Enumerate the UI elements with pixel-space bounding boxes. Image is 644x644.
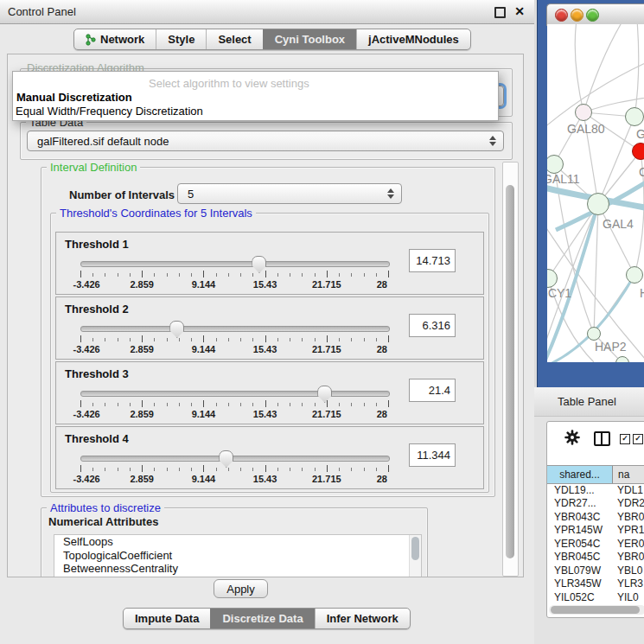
- tab-select[interactable]: Select: [206, 29, 262, 49]
- algorithm-placeholder-option[interactable]: Select algorithm to view settings: [149, 77, 309, 90]
- slider-scale: -3.426 2.859 9.144 15.43 21.715 28: [80, 409, 388, 419]
- slider-scale: -3.426 2.859 9.144 15.43 21.715 28: [80, 344, 388, 354]
- slider-ticks: [80, 335, 388, 343]
- interval-definition-group: Interval Definition Number of Intervals …: [41, 167, 495, 497]
- screenshot-stage: Control Panel ✕ Network Style: [0, 0, 644, 644]
- network-canvas[interactable]: GAL80 GA C GAL11 GAL4 GCY1 H HAP2: [547, 24, 644, 362]
- threshold-4-card: Threshold 4 -3.426 2.859 9.144 15.43 21.…: [55, 426, 484, 489]
- algorithm-option-equal-width[interactable]: Equal Width/Frequency Discretization: [16, 105, 203, 118]
- interval-definition-title: Interval Definition: [47, 161, 140, 174]
- tab-jactivemnodules[interactable]: jActiveMNodules: [356, 29, 470, 49]
- node-gal80[interactable]: [575, 104, 592, 121]
- cyni-toolbox-content: Discretization Algorithm Select algorith…: [7, 54, 524, 577]
- algorithm-option-manual[interactable]: Manual Discretization: [16, 91, 132, 104]
- tab-network[interactable]: Network: [74, 29, 156, 49]
- node-hap2[interactable]: [587, 327, 601, 341]
- table-horizontal-scrollbar[interactable]: [549, 605, 644, 615]
- table-row[interactable]: YIL052CYIL0: [547, 590, 644, 604]
- thresholds-group-title: Threshold's Coordinates for 5 Intervals: [56, 207, 256, 220]
- threshold-4-label: Threshold 4: [65, 432, 129, 445]
- table-data-combo[interactable]: galFiltered.sif default node: [27, 131, 504, 151]
- threshold-1-label: Threshold 1: [65, 238, 129, 251]
- tab-network-label: Network: [100, 33, 144, 46]
- scrollbar-thumb[interactable]: [551, 606, 640, 614]
- tab-discretize-data[interactable]: Discretize Data: [210, 609, 314, 628]
- content-scrollbar[interactable]: [502, 162, 519, 577]
- control-panel-titlebar: Control Panel ✕: [0, 0, 534, 24]
- thresholds-group: Threshold's Coordinates for 5 Intervals …: [50, 213, 489, 493]
- threshold-2-value-field[interactable]: 6.316: [409, 314, 456, 337]
- network-window-titlebar: [546, 3, 644, 26]
- threshold-2-label: Threshold 2: [65, 303, 129, 316]
- combo-stepper-icon: [387, 188, 394, 199]
- tab-impute-data[interactable]: Impute Data: [124, 609, 210, 628]
- table-row[interactable]: YBR043CYBR0: [547, 510, 644, 524]
- table-row[interactable]: YDL19...YDL1: [547, 483, 644, 497]
- slider-ticks: [80, 465, 388, 473]
- threshold-3-value-field[interactable]: 21.4: [409, 379, 456, 402]
- checkbox-icon[interactable]: ✓: [633, 434, 643, 444]
- threshold-4-value-field[interactable]: 11.344: [409, 443, 456, 467]
- tab-cyni-toolbox[interactable]: Cyni Toolbox: [263, 29, 356, 49]
- num-intervals-label: Number of Intervals: [69, 188, 175, 201]
- scrollbar-thumb[interactable]: [411, 537, 419, 560]
- threshold-3-card: Threshold 3 -3.426 2.859 9.144 15.43 21.…: [55, 361, 484, 424]
- threshold-3-slider[interactable]: [80, 391, 390, 397]
- table-row[interactable]: YER054CYER0: [547, 537, 644, 551]
- table-row[interactable]: YDR27...YDR2: [547, 497, 644, 511]
- apply-button[interactable]: Apply: [214, 579, 268, 598]
- network-icon: [86, 34, 96, 46]
- table-panel-title: Table Panel: [558, 395, 616, 408]
- node-label-gcy1: GCY1: [547, 286, 571, 300]
- scrollbar-thumb[interactable]: [506, 185, 514, 558]
- table-row[interactable]: YLR345WYLR3: [547, 577, 644, 591]
- zoom-traffic-light[interactable]: [586, 9, 599, 22]
- slider-ticks: [80, 400, 388, 408]
- table-toolbar: ✓ ✓: [547, 422, 644, 463]
- float-window-button[interactable]: [494, 7, 506, 18]
- num-intervals-combo[interactable]: 5: [177, 183, 402, 204]
- column-header-name[interactable]: na: [613, 466, 644, 483]
- table-row[interactable]: YPR145WYPR1: [547, 524, 644, 538]
- cyni-mode-tabbar: Impute Data Discretize Data Infer Networ…: [123, 608, 411, 629]
- threshold-4-slider[interactable]: [80, 456, 390, 462]
- table-row[interactable]: YBL079WYBL0: [547, 564, 644, 577]
- table-panel: Table Panel ✓: [534, 387, 644, 644]
- threshold-1-value-field[interactable]: 14.713: [409, 249, 456, 272]
- network-view-window: GAL80 GA C GAL11 GAL4 GCY1 H HAP2: [537, 0, 644, 387]
- table-row[interactable]: YBR045CYBR0: [547, 551, 644, 564]
- node-selected-red[interactable]: [632, 143, 644, 160]
- list-item[interactable]: TopologicalCoefficient: [54, 549, 421, 563]
- tab-style[interactable]: Style: [156, 29, 206, 49]
- slider-ticks: [80, 271, 388, 278]
- table-header: shared... na: [547, 465, 644, 484]
- algorithm-dropdown-popup: Select algorithm to view settings Manual…: [12, 71, 499, 121]
- minimize-traffic-light[interactable]: [571, 9, 583, 22]
- slider-scale: -3.426 2.859 9.144 15.43 21.715 28: [80, 279, 388, 290]
- node-label-gal80: GAL80: [567, 122, 605, 136]
- node-label-c: C: [639, 165, 644, 179]
- node-label-h: H: [640, 286, 644, 300]
- columns-icon[interactable]: [594, 431, 610, 446]
- tab-infer-network[interactable]: Infer Network: [315, 609, 410, 628]
- node-gal4[interactable]: [587, 193, 609, 215]
- slider-scale: -3.426 2.859 9.144 15.43 21.715 28: [80, 474, 388, 484]
- list-scrollbar[interactable]: [409, 535, 421, 577]
- numerical-attributes-list: SelfLoops TopologicalCoefficient Between…: [54, 534, 422, 577]
- node-label-ga: GA: [636, 127, 644, 141]
- control-panel-title: Control Panel: [8, 5, 76, 18]
- node-h[interactable]: [626, 266, 643, 284]
- column-header-shared-name[interactable]: shared...: [547, 466, 613, 483]
- gear-icon[interactable]: [564, 430, 580, 445]
- node-top-right[interactable]: [625, 107, 644, 126]
- checkbox-icon[interactable]: ✓: [620, 434, 630, 444]
- close-icon[interactable]: ✕: [514, 4, 525, 18]
- close-traffic-light[interactable]: [555, 9, 568, 22]
- combo-stepper-icon: [489, 136, 496, 146]
- threshold-2-slider[interactable]: [80, 326, 390, 332]
- table-panel-titlebar: Table Panel: [534, 387, 644, 417]
- list-item[interactable]: SelfLoops: [54, 535, 421, 549]
- threshold-1-card: Threshold 1 -3.426 2.859 9.144 15.43 21.…: [55, 232, 484, 295]
- threshold-1-slider[interactable]: [80, 261, 390, 267]
- list-item[interactable]: BetweennessCentrality: [54, 562, 421, 576]
